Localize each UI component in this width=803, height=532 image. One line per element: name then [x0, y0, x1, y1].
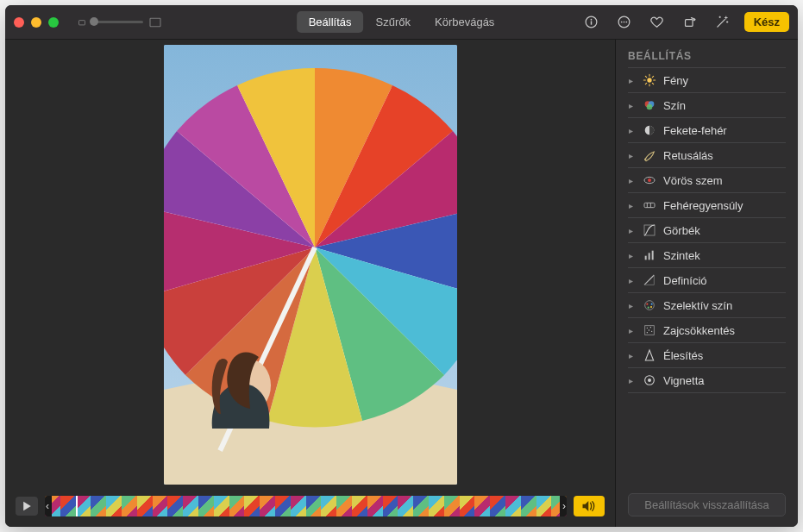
filmstrip-thumb[interactable] — [275, 496, 291, 516]
heart-icon — [649, 15, 664, 29]
filmstrip-thumb[interactable] — [352, 496, 367, 516]
filmstrip-thumb[interactable] — [91, 496, 106, 516]
svg-point-14 — [647, 78, 651, 82]
svg-point-21 — [648, 178, 651, 182]
favorite-button[interactable] — [643, 11, 672, 34]
svg-point-27 — [645, 301, 655, 310]
adjustment-sharpen[interactable]: ▸Élesítés — [628, 343, 786, 368]
filmstrip-thumb[interactable] — [474, 496, 490, 516]
image-preview[interactable] — [5, 40, 615, 489]
filmstrip-thumb[interactable] — [367, 496, 383, 516]
adjustment-noise[interactable]: ▸Zajcsökkentés — [628, 318, 786, 343]
adjustment-curves[interactable]: ▸Görbék — [628, 218, 786, 243]
filmstrip-thumb[interactable] — [229, 496, 245, 516]
filmstrip-thumb[interactable] — [536, 496, 552, 516]
filmstrip-thumb[interactable] — [214, 496, 229, 516]
adjustment-whitebalance[interactable]: ▸Fehéregyensúly — [628, 193, 786, 218]
chevron-right-icon: ▸ — [629, 176, 636, 185]
filmstrip-thumb[interactable] — [106, 496, 122, 516]
minimize-window-button[interactable] — [31, 17, 41, 28]
adjustment-light[interactable]: ▸Fény — [628, 68, 786, 93]
svg-point-3 — [591, 19, 593, 21]
filmstrip-thumb[interactable] — [444, 496, 460, 516]
adjustment-definition[interactable]: ▸Definíció — [628, 268, 786, 293]
reset-adjustments-button[interactable]: Beállítások visszaállítása — [628, 493, 786, 516]
adjustment-label: Fény — [663, 74, 688, 87]
svg-point-30 — [648, 307, 649, 309]
preview-image — [164, 45, 457, 485]
filmstrip-thumb[interactable] — [153, 496, 168, 516]
close-window-button[interactable] — [14, 17, 24, 28]
trim-handle-right[interactable]: › — [560, 496, 567, 516]
adjustment-label: Definíció — [663, 274, 707, 287]
filmstrip-thumb[interactable] — [244, 496, 260, 516]
chevron-right-icon: ▸ — [629, 326, 636, 335]
chevron-right-icon: ▸ — [629, 351, 636, 360]
tab-crop[interactable]: Körbevágás — [423, 11, 506, 33]
audio-toggle[interactable] — [574, 496, 605, 516]
adjustment-levels[interactable]: ▸Szintek — [628, 243, 786, 268]
retouch-icon — [643, 148, 656, 162]
svg-rect-25 — [649, 253, 650, 260]
filmstrip-thumb[interactable] — [291, 496, 306, 516]
info-button[interactable] — [577, 11, 606, 34]
filmstrip-thumb[interactable] — [336, 496, 352, 516]
rotate-button[interactable] — [675, 11, 705, 34]
adjustment-retouch[interactable]: ▸Retusálás — [628, 143, 786, 168]
adjustment-selcolor[interactable]: ▸Szelektív szín — [628, 293, 786, 318]
edit-mode-tabs: Beállítás Szűrők Körbevágás — [297, 11, 507, 33]
zoom-slider[interactable] — [76, 16, 162, 29]
filmstrip-thumb[interactable] — [183, 496, 198, 516]
svg-point-6 — [621, 22, 623, 23]
filmstrip-thumb[interactable] — [521, 496, 536, 516]
filmstrip-thumb[interactable] — [429, 496, 444, 516]
adjustment-label: Szín — [663, 99, 686, 112]
adjustment-redeye[interactable]: ▸Vörös szem — [628, 168, 786, 193]
filmstrip-thumb[interactable] — [505, 496, 521, 516]
tab-filters[interactable]: Szűrők — [364, 11, 423, 33]
filmstrip-thumb[interactable] — [321, 496, 336, 516]
filmstrip-thumb[interactable] — [460, 496, 475, 516]
svg-point-35 — [649, 329, 649, 330]
trim-handle-left[interactable]: ‹ — [45, 496, 52, 516]
playhead[interactable] — [76, 496, 78, 516]
image-small-icon — [76, 16, 88, 28]
selcolor-icon — [643, 298, 656, 312]
filmstrip[interactable]: ‹ › — [45, 496, 567, 516]
auto-enhance-button[interactable] — [708, 11, 737, 34]
svg-point-17 — [647, 104, 653, 110]
filmstrip-thumb[interactable] — [490, 496, 505, 516]
whitebalance-icon — [643, 198, 656, 212]
filmstrip-thumb[interactable] — [60, 496, 76, 516]
filmstrip-thumb[interactable] — [122, 496, 137, 516]
play-button[interactable] — [16, 497, 38, 516]
adjustment-vignette[interactable]: ▸Vignetta — [628, 368, 786, 393]
adjustment-bw[interactable]: ▸Fekete-fehér — [628, 118, 786, 143]
filmstrip-thumb[interactable] — [306, 496, 322, 516]
filmstrip-thumb[interactable] — [76, 496, 91, 516]
tab-adjust[interactable]: Beállítás — [297, 11, 364, 33]
filmstrip-thumb[interactable] — [137, 496, 153, 516]
play-icon — [22, 501, 32, 511]
adjustment-label: Élesítés — [663, 349, 703, 362]
chevron-right-icon: ▸ — [629, 301, 636, 310]
canvas-area: ‹ › — [5, 40, 615, 527]
fullscreen-window-button[interactable] — [48, 17, 59, 28]
svg-rect-24 — [645, 256, 647, 260]
filmstrip-thumb[interactable] — [198, 496, 214, 516]
filmstrip-thumb[interactable] — [167, 496, 183, 516]
filmstrip-thumb[interactable] — [413, 496, 429, 516]
image-large-icon — [148, 16, 162, 29]
speaker-icon — [581, 500, 597, 512]
more-button[interactable] — [610, 11, 639, 34]
done-button[interactable]: Kész — [744, 12, 789, 32]
adjustment-label: Fehéregyensúly — [663, 199, 743, 212]
adjustment-color[interactable]: ▸Szín — [628, 93, 786, 118]
filmstrip-thumb[interactable] — [383, 496, 398, 516]
filmstrip-thumb[interactable] — [260, 496, 275, 516]
video-timeline: ‹ › — [5, 489, 615, 527]
svg-rect-1 — [150, 18, 160, 26]
filmstrip-thumb[interactable] — [398, 496, 413, 516]
curves-icon — [643, 223, 656, 237]
chevron-right-icon: ▸ — [629, 151, 636, 160]
